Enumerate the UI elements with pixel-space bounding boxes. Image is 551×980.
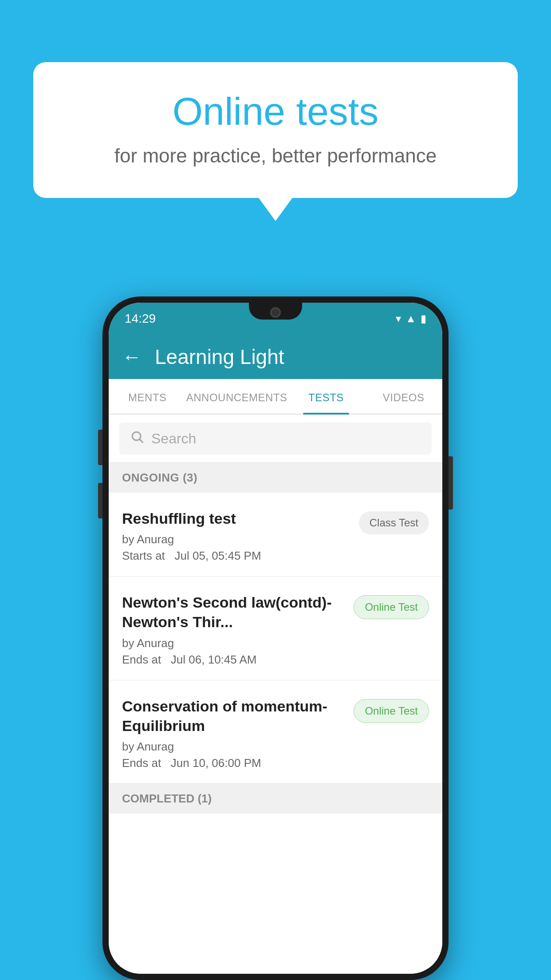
ongoing-section-header: ONGOING (3) bbox=[109, 463, 442, 493]
test-item-conservation-title: Conservation of momentum-Equilibrium bbox=[122, 696, 345, 735]
ends-at-label-1: Ends at bbox=[122, 653, 161, 666]
completed-header-text: COMPLETED (1) bbox=[122, 792, 212, 805]
svg-line-1 bbox=[140, 439, 143, 443]
speech-bubble-subtitle: for more practice, better performance bbox=[69, 145, 482, 167]
test-item-newtons-author: by Anurag bbox=[122, 636, 345, 650]
test-item-newtons-title: Newton's Second law(contd)-Newton's Thir… bbox=[122, 593, 345, 632]
power-button[interactable] bbox=[449, 456, 453, 510]
back-button[interactable]: ← bbox=[122, 346, 142, 368]
search-placeholder: Search bbox=[151, 431, 196, 447]
ends-at-date-1: Jul 06, 10:45 AM bbox=[171, 653, 257, 666]
wifi-icon: ▾ bbox=[396, 312, 401, 325]
ongoing-header-text: ONGOING (3) bbox=[122, 471, 197, 484]
test-item-reshuffling-date: Starts at Jul 05, 05:45 PM bbox=[122, 549, 350, 563]
test-item-reshuffling-author: by Anurag bbox=[122, 533, 350, 546]
volume-down-button[interactable] bbox=[98, 483, 102, 518]
test-list: Reshuffling test by Anurag Starts at Jul… bbox=[109, 493, 442, 974]
test-item-conservation-content: Conservation of momentum-Equilibrium by … bbox=[122, 696, 345, 770]
speech-bubble: Online tests for more practice, better p… bbox=[33, 62, 518, 198]
starts-at-date: Jul 05, 05:45 PM bbox=[175, 549, 261, 562]
test-item-newtons-content: Newton's Second law(contd)-Newton's Thir… bbox=[122, 593, 345, 666]
test-item-reshuffling-title: Reshuffling test bbox=[122, 509, 350, 528]
test-item-newtons[interactable]: Newton's Second law(contd)-Newton's Thir… bbox=[109, 577, 442, 680]
svg-point-0 bbox=[132, 432, 141, 440]
test-badge-online-newtons: Online Test bbox=[354, 595, 429, 619]
test-badge-class-test: Class Test bbox=[359, 511, 429, 534]
speech-bubble-container: Online tests for more practice, better p… bbox=[33, 62, 518, 198]
test-item-reshuffling[interactable]: Reshuffling test by Anurag Starts at Jul… bbox=[109, 493, 442, 577]
ends-at-date-2: Jun 10, 06:00 PM bbox=[171, 756, 261, 770]
tab-bar: MENTS ANNOUNCEMENTS TESTS VIDEOS bbox=[109, 379, 442, 415]
search-container: Search bbox=[109, 415, 442, 463]
front-camera bbox=[270, 307, 281, 318]
speech-bubble-title: Online tests bbox=[69, 89, 482, 134]
test-item-reshuffling-content: Reshuffling test by Anurag Starts at Jul… bbox=[122, 509, 350, 563]
phone-frame: 14:29 ▾ ▲ ▮ ← Learning Light MENTS ANNOU… bbox=[102, 296, 449, 980]
signal-icon: ▲ bbox=[405, 312, 416, 325]
search-bar[interactable]: Search bbox=[119, 423, 432, 454]
search-icon bbox=[130, 430, 144, 447]
test-item-conservation-date: Ends at Jun 10, 06:00 PM bbox=[122, 756, 345, 770]
status-icons: ▾ ▲ ▮ bbox=[396, 312, 426, 325]
completed-section-header: COMPLETED (1) bbox=[109, 784, 442, 814]
app-bar: ← Learning Light bbox=[109, 335, 442, 379]
test-item-conservation[interactable]: Conservation of momentum-Equilibrium by … bbox=[109, 680, 442, 784]
status-bar: 14:29 ▾ ▲ ▮ bbox=[109, 303, 442, 335]
phone-screen: 14:29 ▾ ▲ ▮ ← Learning Light MENTS ANNOU… bbox=[109, 303, 442, 974]
status-time: 14:29 bbox=[125, 312, 156, 326]
battery-icon: ▮ bbox=[421, 312, 426, 325]
test-item-conservation-author: by Anurag bbox=[122, 740, 345, 754]
tab-tests[interactable]: TESTS bbox=[287, 379, 365, 414]
test-badge-online-conservation: Online Test bbox=[354, 699, 429, 723]
tab-announcements[interactable]: ANNOUNCEMENTS bbox=[186, 379, 287, 414]
phone-notch bbox=[249, 303, 302, 320]
test-item-newtons-date: Ends at Jul 06, 10:45 AM bbox=[122, 653, 345, 667]
tab-ments[interactable]: MENTS bbox=[109, 379, 186, 414]
ends-at-label-2: Ends at bbox=[122, 756, 161, 770]
volume-up-button[interactable] bbox=[98, 430, 102, 465]
starts-at-label: Starts at bbox=[122, 549, 165, 562]
tab-videos[interactable]: VIDEOS bbox=[365, 379, 442, 414]
app-title: Learning Light bbox=[155, 345, 284, 369]
